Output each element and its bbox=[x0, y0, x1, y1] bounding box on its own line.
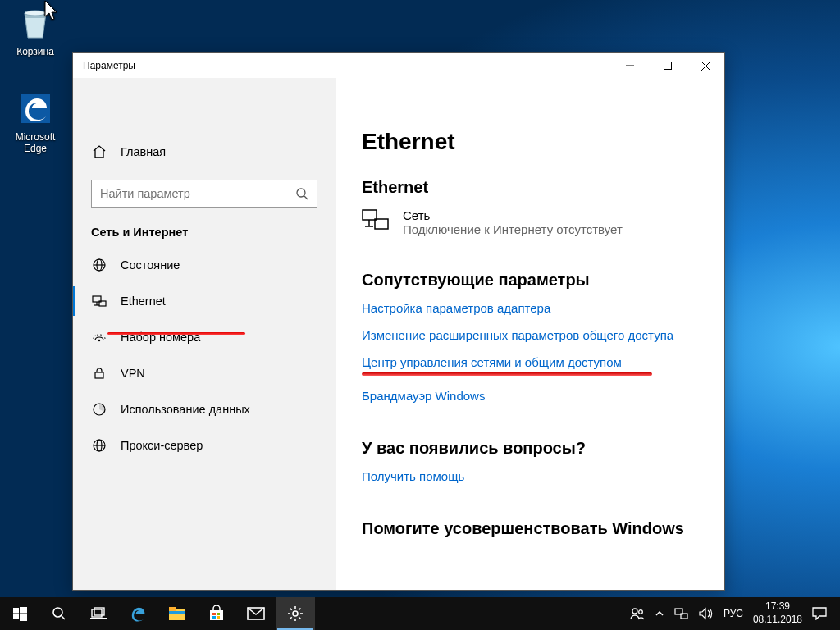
svg-rect-16 bbox=[95, 372, 103, 378]
tray-clock[interactable]: 17:39 08.11.2018 bbox=[748, 597, 807, 630]
svg-rect-36 bbox=[169, 611, 185, 614]
sidebar: Главная Сеть и Интернет Состояние bbox=[73, 78, 336, 590]
proxy-icon bbox=[91, 437, 107, 454]
svg-point-6 bbox=[297, 189, 305, 197]
search-icon bbox=[295, 187, 308, 200]
network-icon bbox=[362, 208, 391, 231]
taskbar-edge[interactable] bbox=[118, 597, 158, 630]
sidebar-home[interactable]: Главная bbox=[73, 134, 336, 170]
svg-rect-40 bbox=[212, 616, 216, 619]
tray-action-center-icon[interactable] bbox=[807, 597, 832, 630]
tray-time: 17:39 bbox=[765, 600, 790, 614]
link-firewall[interactable]: Брандмауэр Windows bbox=[362, 389, 700, 403]
link-advanced-sharing[interactable]: Изменение расширенных параметров общего … bbox=[362, 328, 700, 342]
ethernet-icon bbox=[91, 293, 107, 309]
questions-title: У вас появились вопросы? bbox=[362, 439, 700, 458]
svg-line-48 bbox=[290, 609, 292, 610]
svg-rect-28 bbox=[20, 614, 27, 621]
sidebar-item-label: VPN bbox=[121, 367, 145, 380]
svg-rect-35 bbox=[169, 607, 176, 611]
search-button[interactable] bbox=[39, 597, 79, 630]
link-text: Центр управления сетями и общим доступом bbox=[362, 355, 622, 369]
svg-line-30 bbox=[62, 616, 65, 619]
tray-people[interactable] bbox=[625, 597, 650, 630]
sidebar-item-data-usage[interactable]: Использование данных bbox=[73, 391, 336, 427]
main-content: Ethernet Ethernet Сеть Подключение к Инт… bbox=[336, 78, 724, 590]
svg-line-51 bbox=[299, 609, 300, 610]
svg-rect-41 bbox=[217, 616, 220, 619]
status-icon bbox=[91, 257, 107, 273]
svg-point-53 bbox=[639, 610, 643, 614]
sidebar-item-label: Состояние bbox=[121, 258, 180, 272]
system-tray: РУС 17:39 08.11.2018 bbox=[625, 597, 840, 630]
related-title: Сопутствующие параметры bbox=[362, 271, 700, 290]
sidebar-item-dialup[interactable]: Набор номера bbox=[73, 319, 336, 355]
data-usage-icon bbox=[91, 401, 107, 418]
dialup-icon bbox=[91, 329, 107, 345]
network-tile[interactable]: Сеть Подключение к Интернету отсутствует bbox=[362, 208, 700, 236]
settings-window: Параметры Главная bbox=[72, 52, 725, 591]
taskbar-mail[interactable] bbox=[236, 597, 276, 630]
link-get-help[interactable]: Получить помощь bbox=[362, 469, 700, 483]
taskview-button[interactable] bbox=[79, 597, 118, 630]
network-name: Сеть bbox=[403, 208, 623, 222]
taskbar-settings[interactable] bbox=[276, 597, 315, 630]
svg-rect-39 bbox=[217, 613, 220, 615]
sidebar-item-ethernet[interactable]: Ethernet bbox=[73, 283, 336, 319]
help-title: Помогите усовершенствовать Windows bbox=[362, 519, 700, 538]
tray-chevron-up-icon[interactable] bbox=[650, 597, 669, 630]
link-adapter-settings[interactable]: Настройка параметров адаптера bbox=[362, 301, 700, 315]
svg-rect-38 bbox=[212, 613, 216, 615]
annotation-underline bbox=[362, 372, 652, 376]
svg-line-49 bbox=[299, 617, 300, 619]
tray-volume-icon[interactable] bbox=[694, 597, 719, 630]
mouse-cursor bbox=[44, 0, 61, 23]
sidebar-item-proxy[interactable]: Прокси-сервер bbox=[73, 427, 336, 463]
taskbar-explorer[interactable] bbox=[158, 597, 197, 630]
svg-point-43 bbox=[293, 611, 298, 616]
taskbar-store[interactable] bbox=[197, 597, 236, 630]
tray-date: 08.11.2018 bbox=[753, 614, 802, 627]
svg-rect-33 bbox=[90, 618, 107, 619]
sidebar-item-status[interactable]: Состояние bbox=[73, 247, 336, 283]
sidebar-item-label: Ethernet bbox=[121, 294, 166, 308]
svg-point-29 bbox=[53, 608, 62, 617]
show-desktop-button[interactable] bbox=[832, 597, 837, 630]
desktop-icon-label: Microsoft Edge bbox=[5, 131, 66, 154]
vpn-icon bbox=[91, 365, 107, 381]
svg-line-50 bbox=[290, 617, 292, 619]
svg-line-7 bbox=[304, 196, 308, 199]
desktop-icon-label: Корзина bbox=[5, 46, 66, 57]
svg-rect-27 bbox=[13, 614, 19, 619]
page-title: Ethernet bbox=[362, 129, 700, 155]
link-network-center[interactable]: Центр управления сетями и общим доступом bbox=[362, 355, 700, 369]
tray-language[interactable]: РУС bbox=[719, 597, 748, 630]
svg-point-52 bbox=[632, 609, 637, 614]
sidebar-section-label: Сеть и Интернет bbox=[73, 221, 336, 247]
titlebar[interactable]: Параметры bbox=[73, 53, 724, 78]
search-field[interactable] bbox=[100, 187, 295, 200]
desktop-icon-edge[interactable]: Microsoft Edge bbox=[5, 89, 66, 154]
search-input[interactable] bbox=[91, 180, 317, 208]
svg-rect-21 bbox=[363, 210, 377, 220]
start-button[interactable] bbox=[0, 597, 39, 630]
minimize-button[interactable] bbox=[611, 53, 649, 78]
svg-point-15 bbox=[98, 340, 100, 341]
svg-rect-22 bbox=[375, 219, 388, 229]
sidebar-item-label: Использование данных bbox=[121, 403, 250, 416]
tray-network-icon[interactable] bbox=[669, 597, 694, 630]
svg-rect-25 bbox=[13, 608, 19, 614]
sidebar-home-label: Главная bbox=[121, 145, 166, 158]
close-button[interactable] bbox=[687, 53, 724, 78]
svg-point-0 bbox=[25, 11, 46, 16]
maximize-button[interactable] bbox=[649, 53, 687, 78]
sidebar-item-label: Прокси-сервер bbox=[121, 439, 203, 452]
window-title: Параметры bbox=[73, 60, 135, 71]
annotation-underline bbox=[107, 332, 245, 335]
sidebar-item-vpn[interactable]: VPN bbox=[73, 355, 336, 391]
svg-rect-26 bbox=[20, 607, 27, 614]
network-status: Подключение к Интернету отсутствует bbox=[403, 222, 623, 236]
home-icon bbox=[91, 144, 107, 160]
edge-icon bbox=[16, 89, 55, 128]
desktop[interactable]: Корзина Microsoft Edge Параметры bbox=[0, 0, 840, 630]
